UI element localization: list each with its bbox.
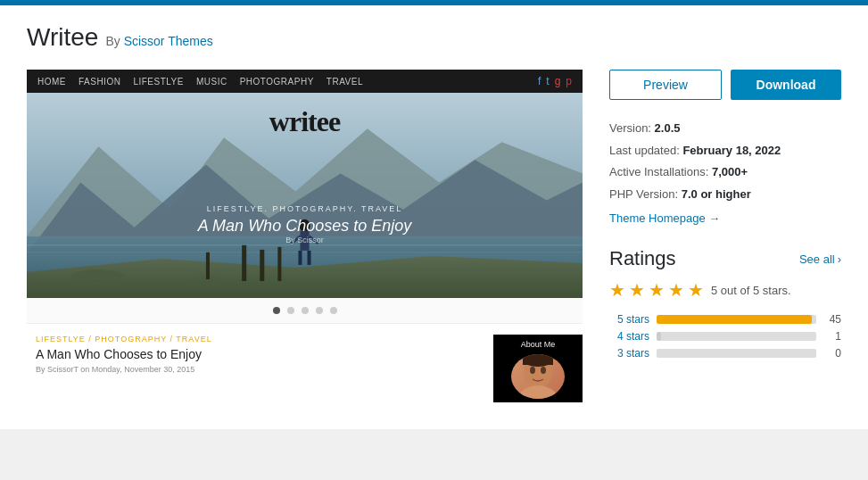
page-container: Writee By Scissor Themes HOME FASHION LI… <box>0 5 868 429</box>
face-svg <box>511 354 565 399</box>
about-me-face <box>511 354 565 399</box>
homepage-row: Theme Homepage → <box>609 206 841 230</box>
version-label: Version: <box>609 121 651 135</box>
main-layout: HOME FASHION LIFESTLYE MUSIC PHOTOGRAPHY… <box>27 70 841 402</box>
theme-preview-frame: HOME FASHION LIFESTLYE MUSIC PHOTOGRAPHY… <box>27 70 583 402</box>
about-me-label: About Me <box>497 338 579 351</box>
pinterest-icon: p <box>566 75 572 87</box>
svg-point-20 <box>518 385 558 399</box>
rating-bars: 5 stars 45 4 stars 1 <box>609 313 841 360</box>
article-preview-title: A Man Who Chooses to Enjoy <box>36 347 484 361</box>
php-row: PHP Version: 7.0 or higher <box>609 184 841 206</box>
theme-by-text: By Scissor Themes <box>105 34 212 48</box>
bar-track-5 <box>657 315 816 324</box>
hero-article-title: A Man Who Chooses to Enjoy <box>198 217 411 236</box>
bar-track-4 <box>657 332 816 341</box>
svg-point-22 <box>541 367 546 374</box>
bar-label-4[interactable]: 4 stars <box>609 330 649 343</box>
bar-track-3 <box>657 349 816 358</box>
svg-rect-15 <box>298 251 302 265</box>
download-button[interactable]: Download <box>731 70 841 100</box>
updated-row: Last updated: February 18, 2022 <box>609 140 841 162</box>
updated-label: Last updated: <box>609 144 680 157</box>
nav-photography: PHOTOGRAPHY <box>240 77 314 87</box>
theme-title: Writee <box>27 23 98 52</box>
nav-fashion: FASHION <box>79 77 120 87</box>
bar-fill-5 <box>657 315 812 324</box>
about-me-box: About Me <box>493 335 583 402</box>
article-tags: LIFESTLYE / PHOTOGRAPHY / TRAVEL <box>36 335 484 343</box>
installs-row: Active Installations: 7,000+ <box>609 161 841 184</box>
rating-bar-4stars: 4 stars 1 <box>609 330 841 343</box>
bar-count-5: 45 <box>823 313 841 326</box>
see-all-link[interactable]: See all › <box>799 252 841 266</box>
nav-travel: TRAVEL <box>327 77 363 87</box>
star-2: ★ <box>629 279 645 301</box>
star-5: ★ <box>688 279 704 301</box>
svg-rect-10 <box>260 250 264 281</box>
svg-rect-9 <box>242 245 246 281</box>
version-value: 2.0.5 <box>655 121 681 135</box>
theme-header: Writee By Scissor Themes <box>27 23 841 52</box>
dot-2 <box>287 307 294 314</box>
theme-nav-bar: HOME FASHION LIFESTLYE MUSIC PHOTOGRAPHY… <box>27 70 583 93</box>
svg-rect-16 <box>308 251 311 265</box>
hero-logo: writee <box>269 105 340 138</box>
nav-music: MUSIC <box>196 77 227 87</box>
google-icon: g <box>555 75 561 87</box>
stars-text: 5 out of 5 stars. <box>711 284 791 297</box>
theme-author-link[interactable]: Scissor Themes <box>124 34 213 48</box>
star-3: ★ <box>649 279 665 301</box>
facebook-icon: f <box>538 75 541 87</box>
svg-rect-24 <box>523 360 553 365</box>
theme-nav-social: f t g p <box>538 75 572 87</box>
svg-point-21 <box>530 367 535 374</box>
preview-button[interactable]: Preview <box>609 70 722 100</box>
svg-rect-11 <box>206 252 210 279</box>
bar-label-5[interactable]: 5 stars <box>609 313 649 326</box>
stars-row: ★ ★ ★ ★ ★ 5 out of 5 stars. <box>609 279 841 301</box>
dot-3 <box>302 307 309 314</box>
bar-count-3: 0 <box>823 347 841 360</box>
rating-bar-3stars: 3 stars 0 <box>609 347 841 360</box>
hero-category: LIFESTLYE. PHOTOGRAPHY. TRAVEL <box>198 204 411 213</box>
ratings-header: Ratings See all › <box>609 247 841 270</box>
dot-1 <box>273 307 280 314</box>
nav-lifestlye: LIFESTLYE <box>133 77 184 87</box>
pagination-dots <box>27 298 583 323</box>
ratings-title: Ratings <box>609 247 676 270</box>
bar-count-4: 1 <box>823 330 841 343</box>
svg-rect-12 <box>277 247 281 281</box>
dot-5 <box>330 307 337 314</box>
bar-fill-4 <box>657 332 661 341</box>
below-hero-section: LIFESTLYE / PHOTOGRAPHY / TRAVEL A Man W… <box>27 323 583 402</box>
installs-value: 7,000+ <box>712 165 748 178</box>
bar-label-3[interactable]: 3 stars <box>609 347 649 360</box>
svg-point-7 <box>71 269 125 284</box>
action-buttons: Preview Download <box>609 70 841 100</box>
installs-label: Active Installations: <box>609 165 708 178</box>
php-value: 7.0 or higher <box>682 187 751 201</box>
star-1: ★ <box>609 279 625 301</box>
article-meta: By ScissorT on Monday, November 30, 2015 <box>36 365 484 374</box>
updated-value: February 18, 2022 <box>682 144 781 157</box>
version-row: Version: 2.0.5 <box>609 118 841 140</box>
hero-overlay-text: LIFESTLYE. PHOTOGRAPHY. TRAVEL A Man Who… <box>198 204 411 244</box>
meta-info: Version: 2.0.5 Last updated: February 18… <box>609 118 841 229</box>
star-4: ★ <box>668 279 684 301</box>
ratings-section: Ratings See all › ★ ★ ★ ★ ★ 5 out of 5 s… <box>609 247 841 360</box>
article-preview: LIFESTLYE / PHOTOGRAPHY / TRAVEL A Man W… <box>27 335 493 402</box>
preview-section: HOME FASHION LIFESTLYE MUSIC PHOTOGRAPHY… <box>27 70 583 402</box>
theme-nav-links: HOME FASHION LIFESTLYE MUSIC PHOTOGRAPHY… <box>37 77 363 87</box>
hero-area: writee LIFESTLYE. PHOTOGRAPHY. TRAVEL A … <box>27 93 583 298</box>
theme-homepage-link[interactable]: Theme Homepage → <box>609 211 720 225</box>
php-label: PHP Version: <box>609 187 678 201</box>
twitter-icon: t <box>546 75 549 87</box>
dot-4 <box>316 307 323 314</box>
rating-bar-5stars: 5 stars 45 <box>609 313 841 326</box>
nav-home: HOME <box>37 77 66 87</box>
right-sidebar: Preview Download Version: 2.0.5 Last upd… <box>609 70 841 402</box>
hero-article-by: By Scissor <box>198 236 411 244</box>
